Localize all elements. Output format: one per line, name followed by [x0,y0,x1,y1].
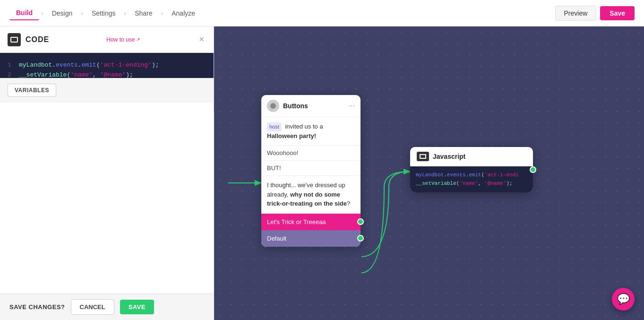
chat-icon: 💬 [617,293,630,305]
btn1-connector [357,218,364,225]
bottom-bar: SAVE CHANGES? CANCEL SAVE [0,294,214,320]
buttons-node-icon [267,100,279,112]
variables-area: VARIABLES [0,78,214,103]
js-icon [417,152,429,161]
buttons-node-title: Buttons [283,102,345,110]
js-node-connector [530,166,536,173]
btn-trick-or-treat[interactable]: Let's Trick or Treeeaa [261,214,361,230]
buttons-message-2: Wooohooo! [261,146,361,161]
panel-icon [8,33,21,46]
preview-button[interactable]: Preview [555,6,597,21]
buttons-btn-2-row: Default [261,230,361,247]
code-line-2: 2 __setVariable('name', '@name'); [8,70,206,78]
btn2-connector [357,235,364,242]
buttons-node[interactable]: Buttons ··· host invited us to a Hallowe… [261,95,361,247]
btn-default[interactable]: Default [261,230,361,247]
buttons-message-3: BUT! [261,161,361,176]
buttons-icon-svg [270,103,276,109]
code-icon [10,37,18,43]
cancel-button[interactable]: CANCEL [71,299,114,315]
svg-point-2 [270,103,276,109]
buttons-message-4: I thought... we've dressed up already, w… [261,176,361,214]
code-text-2: __setVariable('name', '@name'); [19,70,133,78]
tab-design[interactable]: Design [45,7,79,20]
message-1b: Halloween party! [267,132,316,139]
js-node-title: Javascript [433,153,526,160]
line-num-1: 1 [8,61,13,70]
nav-sep-2: › [81,9,83,17]
tab-analyze[interactable]: Analyze [165,7,202,20]
top-nav: Build › Design › Settings › Share › Anal… [0,0,644,26]
save-nav-button[interactable]: Save [600,6,635,20]
main-layout: CODE How to use ↗ × 1 myLandbot.events.e… [0,26,644,320]
buttons-node-header: Buttons ··· [261,95,361,117]
panel-header: CODE How to use ↗ × [0,26,214,53]
line-num-2: 2 [8,70,13,78]
nav-sep-4: › [161,9,163,17]
variables-button[interactable]: VARIABLES [8,84,56,97]
nav-actions: Preview Save [555,6,635,21]
buttons-message-1: host invited us to a Halloween party! [261,117,361,146]
host-badge: host [267,122,282,131]
message-1a: invited us to a [285,123,323,130]
canvas-area[interactable]: Buttons ··· host invited us to a Hallowe… [214,26,644,320]
javascript-node[interactable]: Javascript myLandbot.events.emit('act-1-… [410,147,533,192]
code-line-1: 1 myLandbot.events.emit('act-1-ending'); [8,61,206,70]
panel-title-area: CODE [8,33,49,46]
tab-build[interactable]: Build [9,6,39,20]
nav-tabs: Build › Design › Settings › Share › Anal… [9,6,551,20]
js-node-body: myLandbot.events.emit('act-1-endi __setV… [410,166,533,192]
buttons-btn-1-row: Let's Trick or Treeeaa [261,214,361,230]
close-button[interactable]: × [197,33,206,46]
js-code-line-2: __setVariable('name', '@name'); [416,180,527,188]
code-editor[interactable]: 1 myLandbot.events.emit('act-1-ending');… [0,53,214,78]
save-bottom-button[interactable]: SAVE [120,300,154,314]
left-panel: CODE How to use ↗ × 1 myLandbot.events.e… [0,26,214,112]
tab-settings[interactable]: Settings [85,7,122,20]
nav-sep-1: › [41,9,43,17]
js-code-line-1: myLandbot.events.emit('act-1-endi [416,171,527,180]
panel-title: CODE [26,35,49,44]
left-panel-body [0,103,214,112]
buttons-node-body: host invited us to a Halloween party! Wo… [261,117,361,247]
js-node-header: Javascript [410,147,533,166]
save-changes-label: SAVE CHANGES? [9,303,65,311]
tab-share[interactable]: Share [128,7,159,20]
external-link-icon: ↗ [136,37,140,42]
chat-bubble[interactable]: 💬 [612,288,635,311]
code-text-1: myLandbot.events.emit('act-1-ending'); [19,61,159,70]
how-to-use-link[interactable]: How to use ↗ [106,36,140,43]
left-panel-wrapper: CODE How to use ↗ × 1 myLandbot.events.e… [0,26,214,320]
buttons-node-menu[interactable]: ··· [349,102,355,110]
nav-sep-3: › [124,9,127,17]
